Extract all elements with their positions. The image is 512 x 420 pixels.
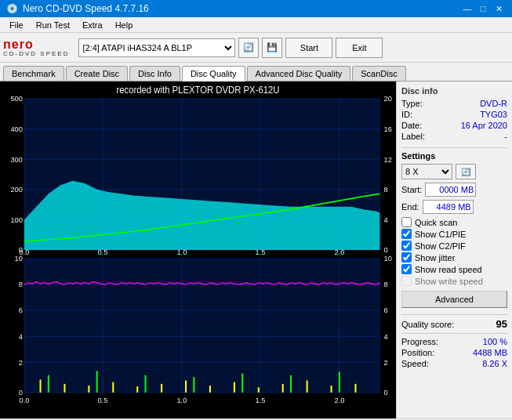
main-content: recorded with PLEXTOR DVDR PX-612U	[0, 81, 512, 418]
menubar: File Run Test Extra Help	[0, 17, 512, 33]
divider-1	[401, 147, 507, 148]
id-label: ID:	[401, 110, 412, 119]
disc-info-section: Disc info Type: DVD-R ID: TYG03 Date: 16…	[401, 86, 507, 141]
tab-scandisc[interactable]: ScanDisc	[352, 66, 405, 81]
save-button[interactable]: 💾	[262, 38, 282, 58]
svg-text:8: 8	[384, 185, 388, 194]
show-write-speed-checkbox[interactable]	[401, 276, 412, 286]
show-read-speed-label: Show read speed	[415, 265, 482, 274]
show-read-speed-checkbox[interactable]	[401, 264, 412, 274]
app-title: Nero CD-DVD Speed 4.7.7.16	[23, 3, 149, 14]
svg-text:2.0: 2.0	[334, 396, 344, 404]
disc-label-value: -	[504, 132, 507, 141]
svg-text:2: 2	[19, 357, 23, 366]
start-button[interactable]: Start	[285, 38, 332, 58]
quick-scan-row: Quick scan	[401, 217, 507, 227]
chart-title: recorded with PLEXTOR DVDR PX-612U	[117, 85, 280, 95]
position-row: Position: 4488 MB	[401, 348, 507, 357]
svg-text:8: 8	[384, 280, 388, 288]
menu-help[interactable]: Help	[109, 19, 140, 31]
show-c2pif-checkbox[interactable]	[401, 241, 412, 251]
show-jitter-checkbox[interactable]	[401, 252, 412, 262]
divider-2	[401, 314, 507, 315]
speed-label: Speed:	[401, 359, 429, 368]
exit-button[interactable]: Exit	[336, 38, 383, 58]
svg-text:12: 12	[384, 154, 392, 163]
speed-selector[interactable]: 8 X MAX 4 X 16 X	[401, 164, 452, 179]
svg-text:2.0: 2.0	[334, 247, 344, 255]
close-button[interactable]: ✕	[492, 2, 506, 16]
tab-bar: Benchmark Create Disc Disc Info Disc Qua…	[0, 63, 512, 81]
tab-disc-info[interactable]: Disc Info	[129, 66, 180, 81]
show-c2pif-row: Show C2/PIF	[401, 241, 507, 251]
start-input[interactable]	[425, 183, 476, 197]
svg-text:4: 4	[19, 331, 24, 340]
progress-label: Progress:	[401, 337, 438, 346]
quality-score-value: 95	[496, 318, 507, 330]
settings-label: Settings	[401, 151, 507, 161]
drive-selector[interactable]: [2:4] ATAPI iHAS324 A BL1P	[78, 38, 235, 57]
maximize-button[interactable]: □	[476, 2, 490, 16]
svg-text:0: 0	[384, 245, 388, 254]
quick-scan-checkbox[interactable]	[401, 217, 412, 227]
type-value: DVD-R	[480, 99, 507, 108]
svg-text:100: 100	[10, 215, 22, 223]
type-row: Type: DVD-R	[401, 99, 507, 108]
progress-row: Progress: 100 %	[401, 337, 507, 346]
menu-file[interactable]: File	[3, 19, 30, 31]
svg-text:1.0: 1.0	[176, 396, 187, 404]
svg-text:300: 300	[10, 154, 22, 163]
tab-disc-quality[interactable]: Disc Quality	[182, 66, 245, 81]
refresh-settings-button[interactable]: 🔄	[456, 164, 476, 179]
end-input[interactable]	[423, 200, 474, 214]
progress-section: Progress: 100 % Position: 4488 MB Speed:…	[401, 337, 507, 368]
id-row: ID: TYG03	[401, 110, 507, 119]
svg-text:0.0: 0.0	[19, 247, 29, 255]
chart-area: recorded with PLEXTOR DVDR PX-612U	[0, 81, 396, 418]
disc-label-row: Label: -	[401, 132, 507, 141]
quality-score-label: Quality score:	[401, 320, 454, 329]
svg-text:1.5: 1.5	[255, 247, 265, 255]
settings-section: Settings 8 X MAX 4 X 16 X 🔄 Start: End:	[401, 151, 507, 308]
svg-text:6: 6	[19, 306, 23, 314]
type-label: Type:	[401, 99, 423, 108]
menu-run-test[interactable]: Run Test	[30, 19, 76, 31]
position-value: 4488 MB	[473, 348, 507, 357]
date-row: Date: 16 Apr 2020	[401, 121, 507, 130]
svg-text:1.0: 1.0	[176, 247, 187, 255]
speed-row: 8 X MAX 4 X 16 X 🔄	[401, 164, 507, 179]
svg-rect-27	[24, 259, 379, 393]
titlebar-title: 💿 Nero CD-DVD Speed 4.7.7.16	[6, 3, 149, 14]
show-jitter-row: Show jitter	[401, 252, 507, 262]
show-write-speed-row: Show write speed	[401, 276, 507, 286]
advanced-button[interactable]: Advanced	[401, 291, 507, 308]
svg-text:20: 20	[384, 94, 392, 103]
end-row: End:	[401, 200, 507, 214]
chart-svg: recorded with PLEXTOR DVDR PX-612U	[0, 81, 396, 418]
svg-text:0: 0	[384, 388, 388, 396]
start-label: Start:	[401, 185, 422, 194]
side-panel: Disc info Type: DVD-R ID: TYG03 Date: 16…	[396, 81, 512, 418]
titlebar: 💿 Nero CD-DVD Speed 4.7.7.16 — □ ✕	[0, 0, 512, 17]
show-jitter-label: Show jitter	[415, 253, 455, 262]
show-read-speed-row: Show read speed	[401, 264, 507, 274]
svg-text:1.5: 1.5	[255, 396, 265, 404]
date-value: 16 Apr 2020	[461, 121, 507, 130]
speed-row-progress: Speed: 8.26 X	[401, 359, 507, 368]
svg-text:10: 10	[384, 254, 392, 262]
progress-value: 100 %	[483, 337, 507, 346]
tab-create-disc[interactable]: Create Disc	[66, 66, 128, 81]
refresh-button[interactable]: 🔄	[238, 38, 259, 58]
show-c1pie-row: Show C1/PIE	[401, 229, 507, 239]
svg-text:200: 200	[10, 185, 22, 194]
toolbar: nero CD-DVD SPEED [2:4] ATAPI iHAS324 A …	[0, 33, 512, 63]
show-c1pie-checkbox[interactable]	[401, 229, 412, 239]
menu-extra[interactable]: Extra	[76, 19, 109, 31]
show-c1pie-label: Show C1/PIE	[415, 230, 466, 239]
app-icon: 💿	[6, 3, 18, 14]
tab-benchmark[interactable]: Benchmark	[3, 66, 64, 81]
svg-text:4: 4	[384, 331, 389, 340]
minimize-button[interactable]: —	[460, 2, 474, 16]
disc-label-label: Label:	[401, 132, 425, 141]
tab-advanced-disc-quality[interactable]: Advanced Disc Quality	[247, 66, 351, 81]
